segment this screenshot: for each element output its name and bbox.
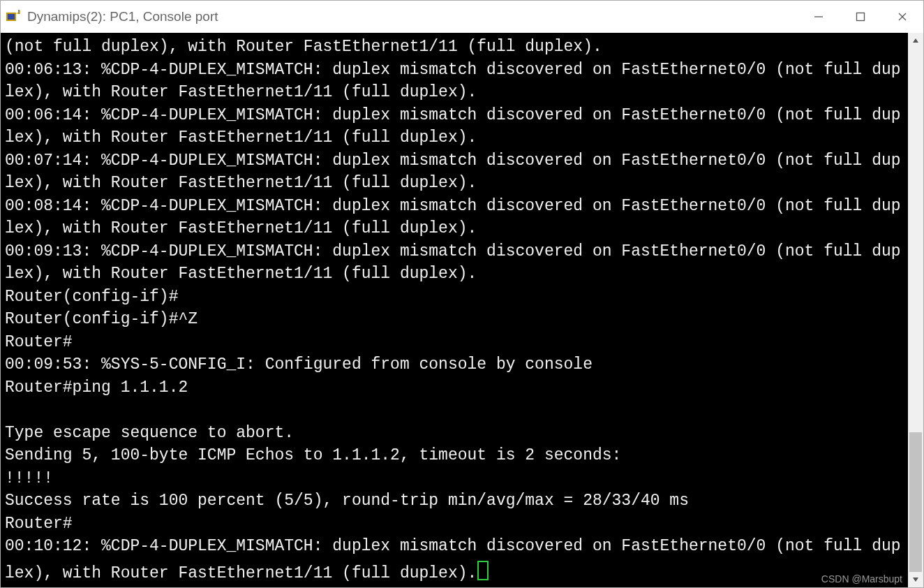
minimize-button[interactable] <box>798 1 840 33</box>
svg-rect-1 <box>8 14 15 20</box>
maximize-button[interactable] <box>840 1 881 33</box>
scroll-up-arrow-icon[interactable] <box>908 33 923 48</box>
titlebar-left: Dynamips(2): PC1, Console port <box>5 8 218 25</box>
svg-rect-4 <box>857 13 865 21</box>
scroll-thumb[interactable] <box>909 432 922 572</box>
terminal-output[interactable]: (not full duplex), with Router FastEther… <box>1 33 908 587</box>
vertical-scrollbar[interactable] <box>908 33 923 587</box>
svg-rect-2 <box>18 10 20 14</box>
app-window: Dynamips(2): PC1, Console port (not full… <box>0 0 924 588</box>
titlebar[interactable]: Dynamips(2): PC1, Console port <box>1 1 923 33</box>
close-button[interactable] <box>881 1 923 33</box>
putty-icon <box>5 8 22 25</box>
terminal-cursor <box>477 561 489 580</box>
window-title: Dynamips(2): PC1, Console port <box>27 9 218 24</box>
scroll-track[interactable] <box>908 48 923 572</box>
client-area: (not full duplex), with Router FastEther… <box>1 33 923 587</box>
scroll-down-arrow-icon[interactable] <box>908 572 923 587</box>
watermark-text: CSDN @Marsbupt <box>821 573 902 585</box>
window-controls <box>798 1 923 33</box>
